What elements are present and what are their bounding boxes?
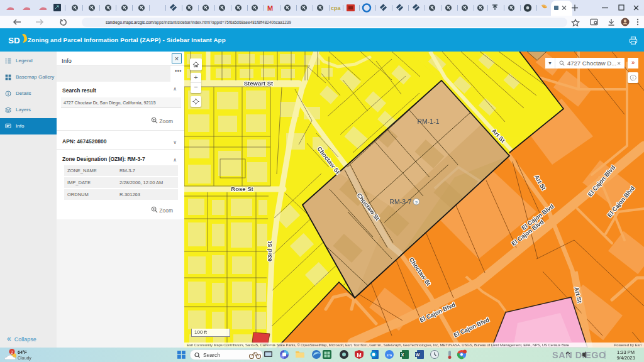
svg-text:Stewart St: Stewart St [244,80,274,87]
svg-text:1:33 PM: 1:33 PM [617,349,635,355]
svg-text:X: X [401,353,404,357]
svg-text:SD: SD [8,36,20,45]
svg-text:M: M [357,352,362,358]
svg-text:?: ? [415,200,418,206]
svg-text:9/4/2023: 9/4/2023 [616,355,635,361]
svg-text:W: W [416,353,420,357]
svg-text:63rd St: 63rd St [266,241,273,261]
svg-text:cpa: cpa [331,5,341,11]
svg-text:zm: zm [387,353,392,357]
svg-text:RM-3-7: RM-3-7 [389,198,411,206]
svg-text:64°F: 64°F [18,350,28,354]
svg-text:SAN DIEGO: SAN DIEGO [552,350,606,360]
svg-text:Rose St: Rose St [231,185,253,192]
svg-text:M: M [267,4,273,12]
svg-text:RM-1-1: RM-1-1 [417,118,439,125]
svg-text:Search: Search [203,352,220,358]
svg-text:Cloudy: Cloudy [18,356,31,361]
svg-text:2: 2 [11,350,13,354]
